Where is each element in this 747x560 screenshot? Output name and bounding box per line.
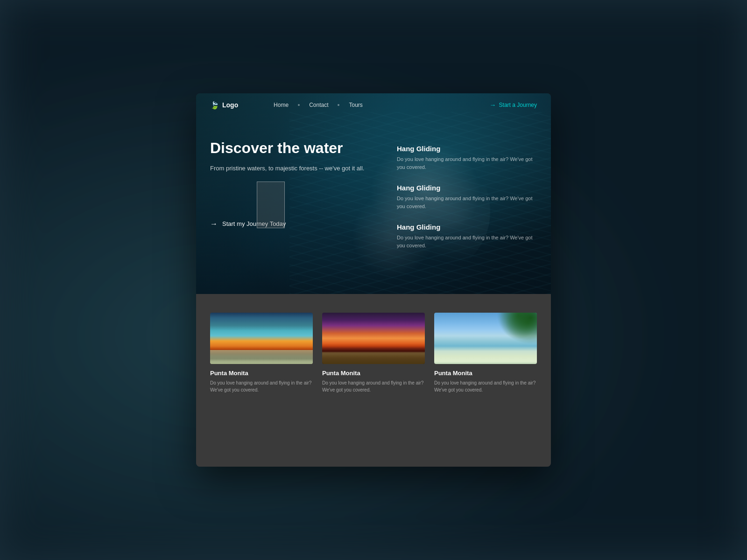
feature-title-3: Hang Gliding — [397, 223, 537, 231]
card-desc-3: Do you love hanging around and flying in… — [434, 379, 537, 393]
hero-section: 🍃 Logo Home Contact Tours → Start a Jour… — [196, 93, 551, 294]
feature-item-2: Hang Gliding Do you love hanging around … — [397, 184, 537, 210]
nav-cta-button[interactable]: → Start a Journey — [490, 101, 537, 109]
hero-subtitle: From pristine waters, to majestic forest… — [210, 164, 369, 173]
hero-cta-arrow-icon: → — [210, 220, 218, 228]
card-image-3 — [434, 313, 537, 364]
hero-box-overlay — [257, 182, 285, 228]
logo[interactable]: 🍃 Logo — [210, 101, 238, 110]
feature-item-1: Hang Gliding Do you love hanging around … — [397, 145, 537, 171]
card-title-3: Punta Monita — [434, 370, 537, 377]
feature-title-1: Hang Gliding — [397, 145, 537, 153]
card-title-1: Punta Monita — [210, 370, 313, 377]
page-container: 🍃 Logo Home Contact Tours → Start a Jour… — [196, 93, 551, 467]
hero-title: Discover the water — [210, 140, 369, 156]
card-2[interactable]: Punta Monita Do you love hanging around … — [322, 313, 425, 393]
hero-cta-button[interactable]: → Start my Journey Today — [210, 220, 369, 228]
nav-links: Home Contact Tours — [274, 102, 363, 108]
feature-desc-2: Do you love hanging around and flying in… — [397, 195, 537, 210]
nav-separator-2 — [338, 104, 339, 106]
logo-text: Logo — [222, 101, 238, 109]
bottom-section: Punta Monita Do you love hanging around … — [196, 294, 551, 467]
hero-content: Discover the water From pristine waters,… — [210, 140, 369, 228]
logo-icon: 🍃 — [210, 101, 219, 110]
card-image-2 — [322, 313, 425, 364]
card-desc-2: Do you love hanging around and flying in… — [322, 379, 425, 393]
nav-cta-arrow-icon: → — [490, 101, 496, 109]
card-1[interactable]: Punta Monita Do you love hanging around … — [210, 313, 313, 393]
cards-grid: Punta Monita Do you love hanging around … — [210, 313, 537, 393]
card-desc-1: Do you love hanging around and flying in… — [210, 379, 313, 393]
hero-features: Hang Gliding Do you love hanging around … — [383, 135, 551, 272]
card-title-2: Punta Monita — [322, 370, 425, 377]
feature-item-3: Hang Gliding Do you love hanging around … — [397, 223, 537, 249]
nav-link-home[interactable]: Home — [274, 102, 289, 108]
feature-desc-1: Do you love hanging around and flying in… — [397, 155, 537, 171]
nav-separator-1 — [298, 104, 300, 106]
navbar: 🍃 Logo Home Contact Tours → Start a Jour… — [196, 93, 551, 117]
nav-link-contact[interactable]: Contact — [309, 102, 328, 108]
card-3[interactable]: Punta Monita Do you love hanging around … — [434, 313, 537, 393]
feature-desc-3: Do you love hanging around and flying in… — [397, 234, 537, 249]
nav-link-tours[interactable]: Tours — [349, 102, 362, 108]
card-image-1 — [210, 313, 313, 364]
nav-cta-label: Start a Journey — [499, 102, 537, 108]
feature-title-2: Hang Gliding — [397, 184, 537, 192]
